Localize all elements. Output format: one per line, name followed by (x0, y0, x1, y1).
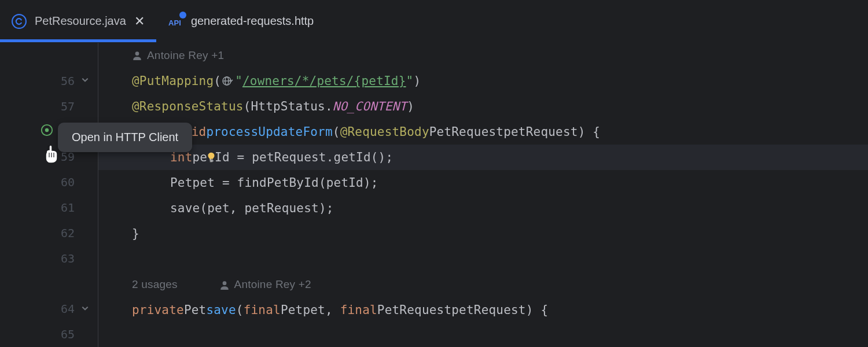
java-class-icon (12, 14, 27, 29)
svg-point-3 (45, 128, 49, 132)
code-line[interactable] (98, 323, 868, 347)
url-mapping[interactable]: /owners/*/pets/{petId} (242, 74, 406, 88)
code-line[interactable]: } (98, 221, 868, 246)
line-number: 64 (52, 302, 75, 316)
svg-point-10 (222, 281, 226, 285)
tab-label-inactive: generated-requests.http (191, 14, 314, 28)
gutter-row-blame (0, 43, 98, 68)
code-line[interactable]: save(pet, petRequest); (98, 195, 868, 221)
code-line[interactable]: public void processUpdateForm(@RequestBo… (98, 119, 868, 145)
person-icon (219, 280, 230, 290)
svg-rect-5 (210, 161, 213, 162)
run-endpoint-icon[interactable] (41, 124, 53, 139)
api-badge-icon (179, 12, 186, 19)
code-lens-blame[interactable]: Antoine Rey +1 (98, 43, 868, 68)
line-number: 61 (52, 201, 75, 215)
close-icon[interactable]: ✕ (134, 14, 145, 29)
cursor-pointer-icon (43, 142, 62, 168)
gutter-row[interactable]: 60 (0, 169, 98, 195)
gutter-row[interactable]: 57 (0, 94, 98, 119)
tooltip-open-http-client: Open in HTTP Client (58, 123, 192, 152)
blame-author: Antoine Rey +2 (234, 278, 311, 290)
gutter: 56 57 58 59 60 61 62 (0, 43, 98, 347)
svg-rect-4 (209, 160, 213, 161)
code-lens-usages[interactable]: 2 usages Antoine Rey +2 (98, 272, 868, 297)
gutter-row[interactable]: 65 (0, 322, 98, 347)
code-content[interactable]: Antoine Rey +1 @PutMapping("/owners/*/pe… (98, 43, 868, 347)
blame-author: Antoine Rey +1 (147, 49, 224, 62)
http-api-icon: API (168, 14, 183, 29)
gutter-row[interactable]: 56 (0, 68, 98, 94)
line-number: 63 (52, 252, 75, 265)
code-line[interactable]: @PutMapping("/owners/*/pets/{petId}") (98, 68, 868, 94)
line-number: 60 (52, 175, 75, 189)
editor-area: 56 57 58 59 60 61 62 (0, 43, 868, 347)
gutter-row-blame (0, 271, 98, 296)
gutter-row[interactable]: 64 (0, 296, 98, 322)
line-number: 56 (52, 74, 75, 88)
intention-bulb-icon[interactable] (205, 151, 218, 164)
person-icon (132, 50, 142, 61)
editor-tabs: PetResource.java ✕ API generated-request… (0, 0, 868, 43)
line-number: 62 (52, 226, 75, 240)
gutter-row[interactable]: 63 (0, 246, 98, 271)
url-globe-icon[interactable] (222, 75, 234, 87)
tooltip-text: Open in HTTP Client (72, 131, 178, 143)
fold-toggle-icon[interactable] (80, 76, 90, 86)
line-number: 57 (52, 99, 75, 113)
tab-label-active: PetResource.java (35, 14, 126, 28)
svg-point-6 (135, 51, 139, 56)
fold-toggle-icon[interactable] (80, 304, 90, 314)
code-line[interactable]: Pet pet = findPetById(petId); (98, 170, 868, 195)
gutter-row[interactable]: 61 (0, 195, 98, 220)
svg-text:API: API (168, 18, 181, 27)
gutter-row[interactable]: 62 (0, 220, 98, 246)
usages-count[interactable]: 2 usages (132, 278, 178, 291)
code-line[interactable]: @ResponseStatus(HttpStatus.NO_CONTENT) (98, 94, 868, 119)
tab-petresource[interactable]: PetResource.java ✕ (0, 0, 156, 42)
svg-point-0 (12, 14, 26, 28)
tab-generated-requests[interactable]: API generated-requests.http (156, 0, 325, 42)
line-number: 65 (52, 327, 75, 341)
